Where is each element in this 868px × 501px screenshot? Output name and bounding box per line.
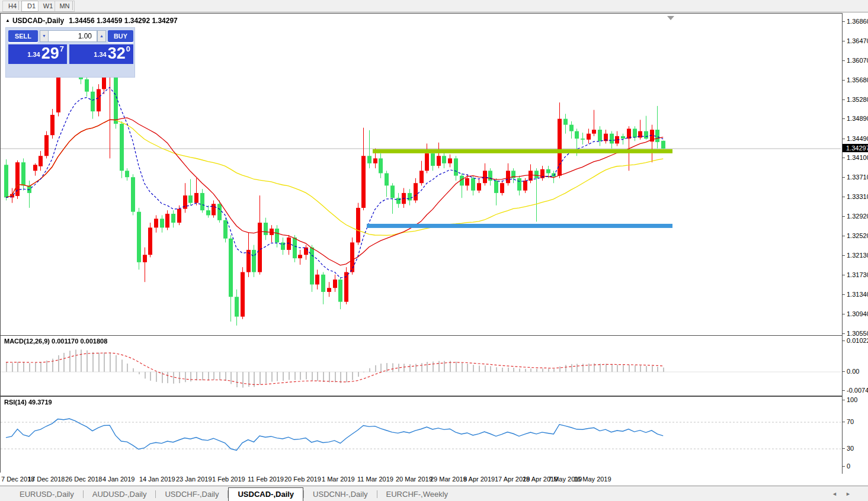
spin-up-icon: ▲ xyxy=(100,34,104,38)
main-chart-pane[interactable]: ▲USDCAD-,Daily1.34456 1.34459 1.34292 1.… xyxy=(0,13,843,336)
date-axis-label: 20 Mar 2019 xyxy=(396,476,433,483)
price-axis-label: 1.33710 xyxy=(847,174,868,181)
rsi-axis-label: 0 xyxy=(847,463,850,470)
price-axis-tick xyxy=(843,118,845,119)
rsi-canvas[interactable] xyxy=(1,397,841,472)
rsi-axis-tick xyxy=(843,448,845,449)
one-click-trade-panel: SELL ▼ ▲ BUY 1.34297 1.34320 xyxy=(5,27,135,78)
price-axis-tick xyxy=(843,158,845,158)
volume-decrease-button[interactable]: ▼ xyxy=(40,30,49,42)
price-axis[interactable]: 1.368601.364701.360701.356801.352801.348… xyxy=(842,13,868,473)
price-axis-tick xyxy=(843,177,845,178)
macd-axis-tick xyxy=(843,371,845,372)
chart-tab-usdchf[interactable]: USDCHF-,Daily xyxy=(156,488,228,501)
date-axis-label: 8 Apr 2019 xyxy=(463,476,495,483)
buy-price-tile[interactable]: 1.34320 xyxy=(69,44,133,64)
rsi-axis-label: 70 xyxy=(847,418,854,425)
rsi-axis-tick xyxy=(843,422,845,422)
date-axis-label: 11 Mar 2019 xyxy=(357,476,393,483)
price-axis-label: 1.36470 xyxy=(847,37,868,44)
price-axis-label: 1.34490 xyxy=(847,135,868,142)
date-axis-label: 4 Jan 2019 xyxy=(103,476,134,483)
price-axis-label: 1.36860 xyxy=(847,18,868,25)
symbol-marker-icon: ▲ xyxy=(5,18,10,23)
sell-button[interactable]: SELL xyxy=(8,30,38,42)
time-axis[interactable]: 7 Dec 201817 Dec 201826 Dec 20184 Jan 20… xyxy=(0,473,842,486)
rsi-axis-tick xyxy=(843,466,845,467)
buy-price-big: 32 xyxy=(108,44,126,62)
date-axis-label: 23 Jan 2019 xyxy=(176,476,212,483)
price-axis-label: 1.34100 xyxy=(847,154,868,161)
rsi-axis-tick xyxy=(843,400,845,400)
mt4-terminal: H4D1W1MN ▲USDCAD-,Daily1.34456 1.34459 1… xyxy=(0,0,868,501)
price-axis-tick xyxy=(843,21,845,22)
price-axis-label: 1.35280 xyxy=(847,96,868,103)
price-axis-tick xyxy=(843,333,845,334)
tab-scroll-left-icon[interactable]: ◄ xyxy=(832,491,837,497)
chart-tab-audusd[interactable]: AUDUSD-,Daily xyxy=(84,488,156,501)
price-axis-tick xyxy=(843,197,845,197)
buy-price-prefix: 1.34 xyxy=(94,51,106,58)
date-axis-label: 1 Mar 2019 xyxy=(322,476,355,483)
chart-tabs: EURUSD-,DailyAUDUSD-,DailyUSDCHF-,DailyU… xyxy=(11,486,457,501)
macd-axis-tick xyxy=(843,341,845,341)
chart-shift-marker-icon[interactable] xyxy=(667,16,674,20)
price-axis-tick xyxy=(843,236,845,236)
chart-tab-eurusd[interactable]: EURUSD-,Daily xyxy=(11,488,83,501)
tab-scroll-right-icon[interactable]: ► xyxy=(845,491,851,497)
macd-canvas[interactable] xyxy=(1,336,841,394)
price-axis-tick xyxy=(843,41,845,41)
price-axis-label: 1.34890 xyxy=(847,115,868,122)
macd-axis-label: 0.00 xyxy=(847,368,859,375)
price-axis-label: 1.30550 xyxy=(847,330,868,337)
price-axis-label: 1.31730 xyxy=(847,271,868,278)
timeframe-button-mn[interactable]: MN xyxy=(55,1,75,12)
toolbar-separator xyxy=(72,1,73,10)
sell-price-sup: 7 xyxy=(60,44,64,53)
chart-tab-bar: EURUSD-,DailyAUDUSD-,DailyUSDCHF-,DailyU… xyxy=(0,486,868,501)
macd-indicator-pane[interactable]: MACD(12,26,9) 0.001170 0.001808 xyxy=(0,335,843,396)
date-axis-label: 16 May 2019 xyxy=(574,476,611,483)
price-axis-label: 1.32920 xyxy=(847,213,868,220)
buy-button[interactable]: BUY xyxy=(108,30,133,42)
price-axis-label: 1.30940 xyxy=(847,310,868,317)
date-axis-label: 14 Jan 2019 xyxy=(139,476,175,483)
date-axis-label: 17 Dec 2018 xyxy=(28,476,65,483)
volume-increase-button[interactable]: ▲ xyxy=(97,30,106,42)
chart-title: ▲USDCAD-,Daily1.34456 1.34459 1.34292 1.… xyxy=(5,17,178,25)
chart-window: ▲USDCAD-,Daily1.34456 1.34459 1.34292 1.… xyxy=(0,12,868,486)
rsi-indicator-pane[interactable]: RSI(14) 49.3719 xyxy=(0,396,843,474)
toolbar-separator xyxy=(18,1,19,10)
price-axis-tick xyxy=(843,60,845,61)
price-axis-tick xyxy=(843,314,845,314)
sell-price-prefix: 1.34 xyxy=(27,51,40,58)
chart-symbol-label: USDCAD-,Daily xyxy=(12,17,64,25)
buy-price-sup: 0 xyxy=(126,44,130,53)
date-axis-label: 20 Feb 2019 xyxy=(284,476,321,483)
timeframe-toolbar: H4D1W1MN xyxy=(0,0,868,12)
rsi-label: RSI(14) 49.3719 xyxy=(4,399,52,406)
price-axis-tick xyxy=(843,294,845,295)
macd-axis-label: 0.010229 xyxy=(847,337,868,344)
price-axis-label: 1.36070 xyxy=(847,57,868,64)
date-axis-label: 11 Feb 2019 xyxy=(248,476,284,483)
rsi-axis-label: 100 xyxy=(847,396,857,403)
chart-tab-usdcad[interactable]: USDCAD-,Daily xyxy=(228,487,303,501)
timeframe-button-h4[interactable]: H4 xyxy=(2,1,23,12)
price-axis-tick xyxy=(843,216,845,217)
chart-tab-usdcnh[interactable]: USDCNH-,Daily xyxy=(304,488,376,501)
macd-axis-tick xyxy=(843,390,845,391)
sell-price-big: 29 xyxy=(41,44,59,62)
price-axis-label: 1.35680 xyxy=(847,76,868,84)
current-price-badge: 1.34297 xyxy=(843,144,868,152)
chart-ohlc-values: 1.34456 1.34459 1.34292 1.34297 xyxy=(69,17,178,25)
price-axis-tick xyxy=(843,80,845,81)
sell-price-tile[interactable]: 1.34297 xyxy=(8,44,67,64)
price-axis-tick xyxy=(843,255,845,256)
price-axis-label: 1.32130 xyxy=(847,252,868,259)
date-axis-label: 26 Dec 2018 xyxy=(65,476,102,483)
price-axis-label: 1.31340 xyxy=(847,291,868,298)
spin-down-icon: ▼ xyxy=(42,34,46,38)
volume-input[interactable] xyxy=(48,30,97,42)
chart-tab-eurchf[interactable]: EURCHF-,Weekly xyxy=(377,488,457,501)
